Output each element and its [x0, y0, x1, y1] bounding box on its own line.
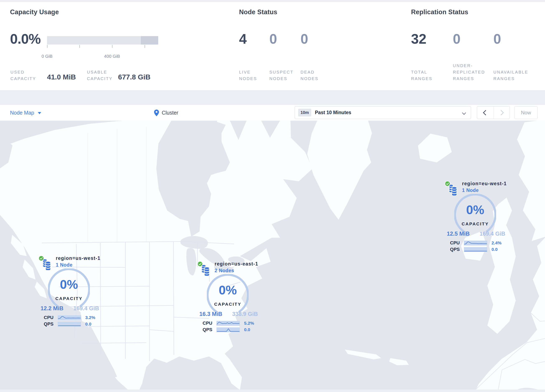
- region-node-count[interactable]: 1 Node: [462, 187, 507, 193]
- capacity-usage-title: Capacity Usage: [10, 8, 59, 16]
- breadcrumb[interactable]: Cluster: [154, 105, 178, 121]
- map-pin-icon: [154, 110, 159, 116]
- dead-nodes-value: 0: [301, 31, 308, 47]
- qps-value: 0.0: [491, 247, 508, 252]
- capacity-bar: [47, 36, 158, 44]
- qps-label: QPS: [444, 247, 460, 252]
- unavailable-ranges-label: UNAVAILABLE RANGES: [493, 69, 528, 82]
- cpu-label: CPU: [196, 321, 212, 326]
- gauge-percent: 0%: [207, 283, 249, 297]
- gauge-percent: 0%: [48, 277, 90, 292]
- gauge-capacity-label: CAPACITY: [207, 302, 249, 307]
- capacity-bar-reserved-segment: [141, 36, 158, 44]
- view-selector-dropdown[interactable]: Node Map: [10, 105, 41, 121]
- capacity-percent: 0.0%: [10, 31, 41, 47]
- time-range-badge: 10m: [298, 109, 311, 117]
- map-toolbar: Node Map Cluster 10m Past 10 Minutes Now: [0, 105, 545, 121]
- breadcrumb-label: Cluster: [162, 110, 178, 116]
- time-range-selector[interactable]: 10m Past 10 Minutes: [295, 106, 471, 119]
- cpu-label: CPU: [444, 240, 460, 246]
- axis-tick-label: 400 GiB: [104, 54, 120, 59]
- used-capacity-value: 41.0 MiB: [47, 73, 76, 81]
- under-replicated-ranges-value: 0: [453, 31, 461, 47]
- qps-sparkline: [58, 322, 81, 327]
- region-name: region=us-east-1: [215, 261, 258, 267]
- unavailable-ranges-value: 0: [493, 31, 501, 47]
- region-name: region=us-west-1: [56, 255, 100, 261]
- cpu-value: 2.4%: [491, 240, 508, 245]
- cluster-summary-panel: Capacity Usage 0.0% 0 GiB 400 GiB USED C…: [0, 2, 545, 91]
- suspect-nodes-label: SUSPECT NODES: [269, 69, 293, 82]
- view-selector-label: Node Map: [10, 110, 34, 116]
- region-node-count[interactable]: 1 Node: [56, 262, 100, 268]
- usable-capacity-value: 677.8 GiB: [118, 73, 150, 81]
- live-nodes-value: 4: [239, 31, 247, 47]
- region-used-capacity: 12.2 MiB: [41, 305, 63, 312]
- total-ranges-label: TOTAL RANGES: [411, 69, 432, 82]
- gauge-capacity-label: CAPACITY: [454, 221, 496, 226]
- qps-value: 0.0: [85, 322, 102, 327]
- chevron-right-icon: [499, 110, 504, 115]
- total-ranges-value: 32: [411, 31, 426, 47]
- capacity-gauge: 0% CAPACITY: [207, 274, 249, 316]
- next-time-button[interactable]: [493, 106, 510, 119]
- cpu-sparkline: [217, 321, 240, 326]
- replication-status-section: Replication Status 32 0 0 TOTAL RANGES U…: [411, 2, 541, 90]
- region-usable-capacity: 338.9 GiB: [232, 311, 258, 317]
- region-usable-capacity: 169.4 GiB: [73, 305, 99, 312]
- region-name: region=eu-west-1: [462, 181, 507, 187]
- node-status-title: Node Status: [239, 8, 277, 16]
- gauge-capacity-label: CAPACITY: [48, 296, 90, 301]
- capacity-usage-section: Capacity Usage 0.0% 0 GiB 400 GiB USED C…: [10, 2, 219, 90]
- replication-status-title: Replication Status: [411, 8, 468, 16]
- capacity-gauge: 0% CAPACITY: [48, 268, 90, 310]
- used-capacity-label: USED CAPACITY: [10, 69, 36, 82]
- chevron-down-icon: [462, 111, 466, 115]
- caret-down-icon: [38, 112, 41, 114]
- capacity-bar-axis: 0 GiB 400 GiB: [47, 45, 158, 48]
- cpu-sparkline: [58, 315, 81, 320]
- now-button[interactable]: Now: [514, 106, 538, 119]
- region-usable-capacity: 169.4 GiB: [480, 230, 505, 237]
- live-nodes-label: LIVE NODES: [239, 69, 257, 82]
- qps-sparkline: [464, 247, 487, 252]
- axis-tick-label: 0 GiB: [42, 54, 53, 59]
- qps-label: QPS: [38, 321, 54, 327]
- prev-time-button[interactable]: [477, 106, 493, 119]
- region-used-capacity: 16.3 MiB: [199, 311, 222, 317]
- qps-sparkline: [217, 327, 240, 332]
- cpu-value: 5.2%: [244, 321, 261, 326]
- cpu-label: CPU: [38, 315, 54, 320]
- time-pager: [477, 106, 510, 119]
- under-replicated-ranges-label: UNDER- REPLICATED RANGES: [453, 62, 485, 82]
- node-status-section: Node Status 4 0 0 LIVE NODES SUSPECT NOD…: [239, 2, 398, 90]
- now-button-label: Now: [521, 110, 531, 116]
- usable-capacity-label: USABLE CAPACITY: [87, 69, 113, 82]
- dead-nodes-label: DEAD NODES: [301, 69, 318, 82]
- node-map: region=us-west-1 1 Node 0% CAPACITY 12.2…: [0, 121, 545, 392]
- chevron-left-icon: [483, 110, 488, 115]
- capacity-gauge: 0% CAPACITY: [454, 194, 496, 236]
- suspect-nodes-value: 0: [269, 31, 277, 47]
- gauge-percent: 0%: [454, 203, 496, 217]
- qps-label: QPS: [196, 327, 212, 332]
- cpu-value: 3.2%: [85, 315, 102, 320]
- region-used-capacity: 12.5 MiB: [447, 230, 470, 237]
- qps-value: 0.0: [244, 327, 261, 332]
- time-range-label: Past 10 Minutes: [315, 110, 351, 115]
- cpu-sparkline: [464, 241, 487, 245]
- region-node-count[interactable]: 2 Nodes: [215, 268, 258, 274]
